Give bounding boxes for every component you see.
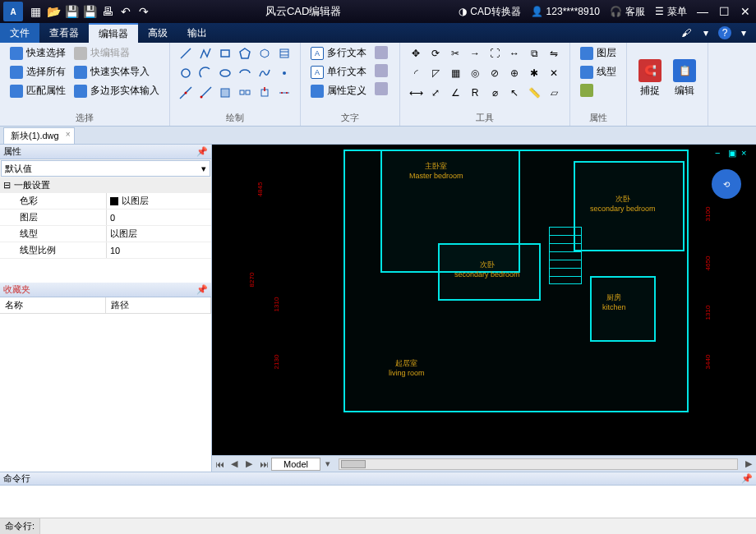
- close-tab-icon[interactable]: ×: [66, 130, 71, 139]
- help-icon[interactable]: ?: [718, 26, 731, 39]
- dim-radius-icon[interactable]: R: [466, 84, 484, 102]
- viewport-max-icon[interactable]: ▣: [728, 148, 740, 159]
- print-icon[interactable]: 🖶: [99, 2, 117, 21]
- match-props-button[interactable]: 匹配属性: [7, 82, 69, 99]
- trim-icon[interactable]: ✂: [446, 44, 464, 62]
- linetype-button[interactable]: 线型: [577, 63, 620, 81]
- properties-selector[interactable]: 默认值▾: [1, 160, 210, 177]
- erase-icon[interactable]: ✕: [545, 64, 563, 82]
- user-account[interactable]: 👤123****8910: [526, 6, 605, 17]
- hatch-icon[interactable]: [275, 44, 293, 62]
- tab-file[interactable]: 文件: [0, 23, 39, 43]
- textfind-icon[interactable]: [371, 62, 393, 79]
- layer-button[interactable]: 图层: [577, 44, 620, 62]
- tab-nav-prev-icon[interactable]: ◀: [227, 458, 242, 469]
- cad-converter-button[interactable]: ◑CAD转换器: [454, 5, 525, 19]
- explode-icon[interactable]: ✱: [525, 64, 543, 82]
- divide-icon[interactable]: [275, 84, 293, 102]
- layerstate-icon[interactable]: [577, 82, 620, 99]
- save-icon[interactable]: 💾: [62, 2, 81, 21]
- stretch-icon[interactable]: ↔: [505, 44, 523, 62]
- multiline-text-button[interactable]: A多行文本: [307, 44, 370, 62]
- scale-icon[interactable]: ⛶: [486, 44, 504, 62]
- tab-nav-next-icon[interactable]: ▶: [242, 458, 256, 469]
- new-icon[interactable]: ▦: [26, 2, 44, 21]
- maximize-button[interactable]: ☐: [713, 1, 735, 22]
- fast-entity-import-button[interactable]: 快速实体导入: [71, 63, 163, 81]
- textedit-icon[interactable]: [371, 81, 393, 97]
- property-category[interactable]: ⊟一般设置: [0, 177, 211, 193]
- offset-icon[interactable]: ◎: [466, 64, 484, 82]
- block-icon[interactable]: [236, 84, 254, 102]
- rotate-icon[interactable]: ⟳: [426, 44, 445, 62]
- edit-button[interactable]: 📋 编辑: [668, 44, 701, 113]
- viewport-close-icon[interactable]: ×: [741, 148, 753, 159]
- dim-angular-icon[interactable]: ∠: [446, 84, 464, 102]
- close-button[interactable]: ✕: [735, 1, 756, 22]
- extend-icon[interactable]: →: [466, 44, 484, 62]
- line-icon[interactable]: [177, 44, 195, 62]
- area-icon[interactable]: ▱: [545, 84, 563, 102]
- xline-icon[interactable]: [177, 84, 195, 102]
- fillet-icon[interactable]: ◜: [407, 64, 425, 82]
- property-row-ltscale[interactable]: 线型比例10: [0, 242, 211, 259]
- support-button[interactable]: 🎧客服: [605, 5, 650, 19]
- tab-editor[interactable]: 编辑器: [89, 23, 138, 43]
- polygon-icon[interactable]: [236, 44, 254, 62]
- select-all-button[interactable]: 选择所有: [7, 63, 69, 81]
- property-row-linetype[interactable]: 线型以图层: [0, 226, 211, 242]
- model-tab[interactable]: Model: [271, 458, 320, 471]
- document-tab[interactable]: 新块(1).dwg×: [3, 127, 75, 144]
- mirror-icon[interactable]: ⇋: [545, 44, 563, 62]
- join-icon[interactable]: ⊕: [505, 64, 523, 82]
- quick-select-button[interactable]: 快速选择: [7, 44, 69, 62]
- dim-aligned-icon[interactable]: ⤢: [426, 84, 445, 102]
- drawing-canvas[interactable]: − ▣ × ⟲ 主卧室Master bedroom 次卧secondary be…: [212, 145, 756, 455]
- dropdown-icon[interactable]: ▾: [698, 25, 713, 40]
- polyline-icon[interactable]: [196, 44, 214, 62]
- redo-icon[interactable]: ↷: [135, 2, 153, 21]
- polygon-entity-input-button[interactable]: 多边形实体输入: [71, 82, 163, 99]
- revcloud-icon[interactable]: [256, 44, 274, 62]
- circle-icon[interactable]: [177, 64, 195, 82]
- property-row-layer[interactable]: 图层0: [0, 209, 211, 226]
- leader-icon[interactable]: ↖: [505, 84, 523, 102]
- scroll-right-icon[interactable]: ▶: [741, 458, 756, 469]
- insert-icon[interactable]: [256, 84, 274, 102]
- tab-nav-last-icon[interactable]: ⏭: [256, 459, 271, 469]
- tab-advanced[interactable]: 高级: [138, 23, 177, 43]
- style-icon[interactable]: 🖌: [679, 25, 694, 40]
- copy-icon[interactable]: ⧉: [525, 44, 543, 62]
- pin-icon[interactable]: 📌: [741, 473, 753, 484]
- tab-dropdown-icon[interactable]: ▾: [320, 458, 335, 469]
- open-icon[interactable]: 📂: [44, 2, 62, 21]
- dim-diameter-icon[interactable]: ⌀: [486, 84, 504, 102]
- arc-icon[interactable]: [196, 64, 214, 82]
- horizontal-scrollbar[interactable]: [339, 458, 738, 470]
- tab-nav-first-icon[interactable]: ⏮: [212, 459, 227, 469]
- tab-viewer[interactable]: 查看器: [39, 23, 89, 43]
- dim-linear-icon[interactable]: ⟷: [407, 84, 425, 102]
- move-icon[interactable]: ✥: [407, 44, 425, 62]
- singleline-text-button[interactable]: A单行文本: [307, 63, 370, 81]
- chamfer-icon[interactable]: ◸: [426, 64, 445, 82]
- array-icon[interactable]: ▦: [446, 64, 464, 82]
- ray-icon[interactable]: [196, 84, 214, 102]
- pin-icon[interactable]: 📌: [196, 284, 208, 295]
- property-row-color[interactable]: 色彩以图层: [0, 193, 211, 209]
- spline-icon[interactable]: [256, 64, 274, 82]
- point-icon[interactable]: [275, 64, 293, 82]
- command-history[interactable]: [0, 486, 756, 518]
- saveas-icon[interactable]: 💾: [81, 2, 99, 21]
- pin-icon[interactable]: 📌: [196, 146, 208, 157]
- ellipsearc-icon[interactable]: [236, 64, 254, 82]
- measure-icon[interactable]: 📏: [525, 84, 543, 102]
- rect-icon[interactable]: [216, 44, 234, 62]
- fav-col-path[interactable]: 路径: [106, 297, 212, 313]
- ellipse-icon[interactable]: [216, 64, 234, 82]
- attribute-def-button[interactable]: 属性定义: [307, 82, 370, 99]
- menu-button[interactable]: ☰菜单: [650, 5, 692, 19]
- break-icon[interactable]: ⊘: [486, 64, 504, 82]
- minimize-button[interactable]: —: [692, 1, 713, 22]
- help-drop-icon[interactable]: ▾: [736, 25, 751, 40]
